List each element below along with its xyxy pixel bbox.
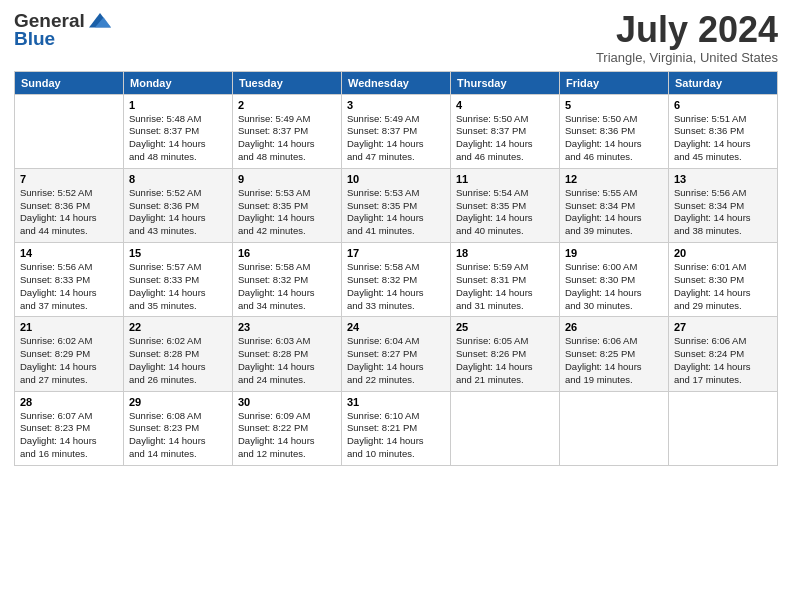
table-row: 8Sunrise: 5:52 AM Sunset: 8:36 PM Daylig… xyxy=(124,168,233,242)
table-row: 2Sunrise: 5:49 AM Sunset: 8:37 PM Daylig… xyxy=(233,94,342,168)
table-row: 10Sunrise: 5:53 AM Sunset: 8:35 PM Dayli… xyxy=(342,168,451,242)
table-row: 3Sunrise: 5:49 AM Sunset: 8:37 PM Daylig… xyxy=(342,94,451,168)
calendar-table: Sunday Monday Tuesday Wednesday Thursday… xyxy=(14,71,778,466)
logo-icon xyxy=(89,10,111,32)
table-row: 13Sunrise: 5:56 AM Sunset: 8:34 PM Dayli… xyxy=(669,168,778,242)
day-number: 26 xyxy=(565,321,663,333)
table-row: 14Sunrise: 5:56 AM Sunset: 8:33 PM Dayli… xyxy=(15,243,124,317)
day-info: Sunrise: 5:52 AM Sunset: 8:36 PM Dayligh… xyxy=(20,187,118,238)
table-row: 26Sunrise: 6:06 AM Sunset: 8:25 PM Dayli… xyxy=(560,317,669,391)
day-number: 7 xyxy=(20,173,118,185)
day-number: 5 xyxy=(565,99,663,111)
day-number: 30 xyxy=(238,396,336,408)
table-row: 23Sunrise: 6:03 AM Sunset: 8:28 PM Dayli… xyxy=(233,317,342,391)
day-number: 15 xyxy=(129,247,227,259)
table-row: 15Sunrise: 5:57 AM Sunset: 8:33 PM Dayli… xyxy=(124,243,233,317)
day-info: Sunrise: 5:53 AM Sunset: 8:35 PM Dayligh… xyxy=(347,187,445,238)
day-info: Sunrise: 5:50 AM Sunset: 8:37 PM Dayligh… xyxy=(456,113,554,164)
day-info: Sunrise: 5:57 AM Sunset: 8:33 PM Dayligh… xyxy=(129,261,227,312)
day-number: 8 xyxy=(129,173,227,185)
table-row: 25Sunrise: 6:05 AM Sunset: 8:26 PM Dayli… xyxy=(451,317,560,391)
day-number: 17 xyxy=(347,247,445,259)
day-info: Sunrise: 6:07 AM Sunset: 8:23 PM Dayligh… xyxy=(20,410,118,461)
day-number: 4 xyxy=(456,99,554,111)
day-number: 12 xyxy=(565,173,663,185)
calendar-week-row: 1Sunrise: 5:48 AM Sunset: 8:37 PM Daylig… xyxy=(15,94,778,168)
header-tuesday: Tuesday xyxy=(233,71,342,94)
day-number: 21 xyxy=(20,321,118,333)
day-info: Sunrise: 5:58 AM Sunset: 8:32 PM Dayligh… xyxy=(347,261,445,312)
day-info: Sunrise: 5:56 AM Sunset: 8:33 PM Dayligh… xyxy=(20,261,118,312)
day-number: 23 xyxy=(238,321,336,333)
table-row: 22Sunrise: 6:02 AM Sunset: 8:28 PM Dayli… xyxy=(124,317,233,391)
day-info: Sunrise: 5:53 AM Sunset: 8:35 PM Dayligh… xyxy=(238,187,336,238)
page: General Blue July 2024 Triangle, Virgini… xyxy=(0,0,792,612)
calendar-week-row: 7Sunrise: 5:52 AM Sunset: 8:36 PM Daylig… xyxy=(15,168,778,242)
calendar-week-row: 21Sunrise: 6:02 AM Sunset: 8:29 PM Dayli… xyxy=(15,317,778,391)
day-number: 14 xyxy=(20,247,118,259)
day-info: Sunrise: 6:02 AM Sunset: 8:28 PM Dayligh… xyxy=(129,335,227,386)
day-number: 19 xyxy=(565,247,663,259)
table-row: 7Sunrise: 5:52 AM Sunset: 8:36 PM Daylig… xyxy=(15,168,124,242)
table-row: 19Sunrise: 6:00 AM Sunset: 8:30 PM Dayli… xyxy=(560,243,669,317)
day-number: 10 xyxy=(347,173,445,185)
table-row: 11Sunrise: 5:54 AM Sunset: 8:35 PM Dayli… xyxy=(451,168,560,242)
day-number: 28 xyxy=(20,396,118,408)
table-row: 21Sunrise: 6:02 AM Sunset: 8:29 PM Dayli… xyxy=(15,317,124,391)
day-number: 16 xyxy=(238,247,336,259)
title-block: July 2024 Triangle, Virginia, United Sta… xyxy=(596,10,778,65)
day-number: 11 xyxy=(456,173,554,185)
day-info: Sunrise: 5:59 AM Sunset: 8:31 PM Dayligh… xyxy=(456,261,554,312)
logo-blue: Blue xyxy=(14,28,55,50)
day-number: 1 xyxy=(129,99,227,111)
table-row: 31Sunrise: 6:10 AM Sunset: 8:21 PM Dayli… xyxy=(342,391,451,465)
header-thursday: Thursday xyxy=(451,71,560,94)
table-row xyxy=(451,391,560,465)
day-info: Sunrise: 6:06 AM Sunset: 8:24 PM Dayligh… xyxy=(674,335,772,386)
location: Triangle, Virginia, United States xyxy=(596,50,778,65)
day-number: 24 xyxy=(347,321,445,333)
day-info: Sunrise: 6:04 AM Sunset: 8:27 PM Dayligh… xyxy=(347,335,445,386)
logo: General Blue xyxy=(14,10,111,50)
day-number: 13 xyxy=(674,173,772,185)
table-row: 16Sunrise: 5:58 AM Sunset: 8:32 PM Dayli… xyxy=(233,243,342,317)
day-info: Sunrise: 6:02 AM Sunset: 8:29 PM Dayligh… xyxy=(20,335,118,386)
header-friday: Friday xyxy=(560,71,669,94)
table-row: 27Sunrise: 6:06 AM Sunset: 8:24 PM Dayli… xyxy=(669,317,778,391)
day-number: 2 xyxy=(238,99,336,111)
header: General Blue July 2024 Triangle, Virgini… xyxy=(14,10,778,65)
calendar-week-row: 28Sunrise: 6:07 AM Sunset: 8:23 PM Dayli… xyxy=(15,391,778,465)
table-row xyxy=(560,391,669,465)
day-info: Sunrise: 5:54 AM Sunset: 8:35 PM Dayligh… xyxy=(456,187,554,238)
day-info: Sunrise: 5:48 AM Sunset: 8:37 PM Dayligh… xyxy=(129,113,227,164)
day-info: Sunrise: 5:52 AM Sunset: 8:36 PM Dayligh… xyxy=(129,187,227,238)
table-row: 5Sunrise: 5:50 AM Sunset: 8:36 PM Daylig… xyxy=(560,94,669,168)
header-saturday: Saturday xyxy=(669,71,778,94)
day-info: Sunrise: 6:05 AM Sunset: 8:26 PM Dayligh… xyxy=(456,335,554,386)
day-number: 18 xyxy=(456,247,554,259)
day-info: Sunrise: 5:49 AM Sunset: 8:37 PM Dayligh… xyxy=(347,113,445,164)
day-number: 22 xyxy=(129,321,227,333)
day-number: 9 xyxy=(238,173,336,185)
calendar-week-row: 14Sunrise: 5:56 AM Sunset: 8:33 PM Dayli… xyxy=(15,243,778,317)
day-info: Sunrise: 5:56 AM Sunset: 8:34 PM Dayligh… xyxy=(674,187,772,238)
day-number: 31 xyxy=(347,396,445,408)
day-info: Sunrise: 5:51 AM Sunset: 8:36 PM Dayligh… xyxy=(674,113,772,164)
month-title: July 2024 xyxy=(596,10,778,50)
table-row xyxy=(15,94,124,168)
table-row: 9Sunrise: 5:53 AM Sunset: 8:35 PM Daylig… xyxy=(233,168,342,242)
day-number: 25 xyxy=(456,321,554,333)
day-info: Sunrise: 6:08 AM Sunset: 8:23 PM Dayligh… xyxy=(129,410,227,461)
table-row: 28Sunrise: 6:07 AM Sunset: 8:23 PM Dayli… xyxy=(15,391,124,465)
day-info: Sunrise: 5:55 AM Sunset: 8:34 PM Dayligh… xyxy=(565,187,663,238)
day-info: Sunrise: 5:58 AM Sunset: 8:32 PM Dayligh… xyxy=(238,261,336,312)
table-row: 6Sunrise: 5:51 AM Sunset: 8:36 PM Daylig… xyxy=(669,94,778,168)
table-row: 1Sunrise: 5:48 AM Sunset: 8:37 PM Daylig… xyxy=(124,94,233,168)
day-number: 27 xyxy=(674,321,772,333)
table-row: 24Sunrise: 6:04 AM Sunset: 8:27 PM Dayli… xyxy=(342,317,451,391)
table-row: 30Sunrise: 6:09 AM Sunset: 8:22 PM Dayli… xyxy=(233,391,342,465)
day-info: Sunrise: 6:10 AM Sunset: 8:21 PM Dayligh… xyxy=(347,410,445,461)
calendar-header-row: Sunday Monday Tuesday Wednesday Thursday… xyxy=(15,71,778,94)
day-info: Sunrise: 6:06 AM Sunset: 8:25 PM Dayligh… xyxy=(565,335,663,386)
day-number: 3 xyxy=(347,99,445,111)
